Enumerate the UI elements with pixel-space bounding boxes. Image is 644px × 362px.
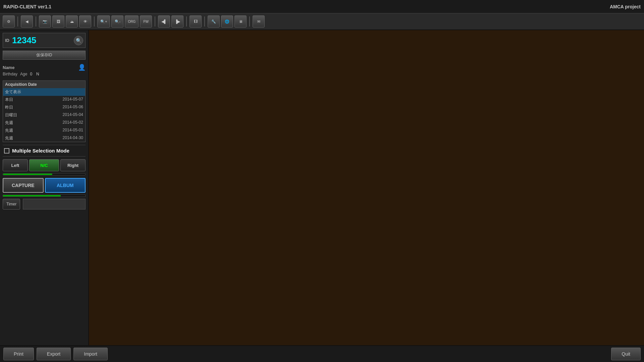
toolbar-sep-5 (186, 16, 187, 26)
fundus-button[interactable]: 👁 (79, 15, 91, 27)
multi-select-checkbox[interactable] (4, 148, 9, 154)
acq-item-5[interactable]: 先週2014-05-01 (3, 127, 85, 134)
toolbar-sep-1 (17, 16, 18, 26)
capture-progress-fill (3, 195, 61, 196)
toolbar-sep-2 (36, 16, 36, 26)
lr-buttons: Left N/C Right (3, 159, 86, 171)
nc-button[interactable]: N/C (29, 159, 59, 171)
album-button[interactable]: ALBUM (45, 178, 86, 193)
acq-item-1[interactable]: 本日2014-05-07 (3, 96, 85, 104)
temp-id-button[interactable]: 仮保存ID (3, 51, 86, 60)
acq-list: 全て表示本日2014-05-07昨日2014-05-06日曜日2014-05-0… (3, 88, 85, 142)
project-title: AMCA project (610, 4, 641, 9)
next-button[interactable]: ▐▶ (171, 15, 183, 27)
mail-button[interactable]: ✉ (253, 15, 265, 27)
bottombar: Print Export Import Quit (0, 345, 644, 362)
acq-item-2[interactable]: 昨日2014-05-06 (3, 104, 85, 111)
toolbar: ⚙ ◀ 📷 🖼 ⛰ 👁 🔍+ 🔍- ORG FW ◀▌ ▐▶ 🎞 🔧 🌐 🖥 ✉ (0, 13, 644, 30)
timer-row: Timer (3, 199, 86, 209)
acq-item-4[interactable]: 先週2014-05-02 (3, 119, 85, 127)
lr-progress-fill (3, 174, 52, 175)
id-value: 12345 (12, 35, 36, 46)
export-button[interactable]: Export (37, 348, 71, 360)
multi-select-label: Multiple Selection Mode (12, 148, 69, 154)
timer-button[interactable]: Timer (3, 199, 20, 209)
titlebar: RAPiD-CLIENT ver1.1 AMCA project (0, 0, 644, 13)
back-button[interactable]: ◀ (21, 15, 33, 27)
age-value: 0 (30, 72, 32, 76)
acq-item-6[interactable]: 先週2014-04-30 (3, 134, 85, 142)
age-label: Age (20, 72, 27, 76)
zoom-out-button[interactable]: 🔍- (111, 15, 123, 27)
import-button[interactable]: Import (73, 348, 108, 360)
acq-item-3[interactable]: 日曜日2014-05-04 (3, 111, 85, 119)
zoom-in-button[interactable]: 🔍+ (97, 15, 110, 27)
person-icon: 👤 (78, 64, 86, 71)
birthday-label: Birthday (3, 72, 17, 76)
toolbar-sep-4 (155, 16, 155, 26)
id-search-button[interactable]: 🔍 (74, 36, 83, 45)
network-button[interactable]: 🌐 (221, 15, 233, 27)
landscape-button[interactable]: 🖼 (52, 15, 64, 27)
capture-progress-container (3, 195, 86, 197)
multi-select-section[interactable]: Multiple Selection Mode (3, 145, 86, 157)
toolbar-sep-6 (204, 16, 205, 26)
settings-button[interactable]: ⚙ (3, 15, 15, 27)
fw-button[interactable]: FW (140, 15, 152, 27)
name-section: Name 👤 Birthday Age 0 N (3, 62, 86, 78)
name-label: Name (3, 65, 14, 70)
n-badge: N (36, 72, 39, 76)
acq-title: Acquisition Date (3, 81, 85, 88)
capture-section: CAPTURE ALBUM Timer (3, 178, 86, 209)
capture-mode-button[interactable]: 📷 (39, 15, 51, 27)
sidebar: ID 12345 🔍 仮保存ID Name 👤 Birthday Age 0 N… (0, 30, 89, 345)
id-label: ID (5, 38, 9, 43)
panorama-button[interactable]: ⛰ (66, 15, 78, 27)
capture-button[interactable]: CAPTURE (3, 178, 44, 193)
lr-section: Left N/C Right (3, 159, 86, 175)
content-grid (89, 30, 644, 345)
tools-button[interactable]: 🔧 (208, 15, 220, 27)
timer-input[interactable] (23, 199, 86, 209)
display-button[interactable]: 🖥 (234, 15, 247, 27)
id-section: ID 12345 🔍 (3, 33, 86, 48)
acquisition-date-section: Acquisition Date 全て表示本日2014-05-07昨日2014-… (3, 80, 86, 142)
toolbar-sep-7 (249, 16, 250, 26)
app-title: RAPiD-CLIENT ver1.1 (3, 4, 51, 9)
print-button[interactable]: Print (3, 348, 34, 360)
cap-buttons: CAPTURE ALBUM (3, 178, 86, 193)
org-button[interactable]: ORG (125, 15, 139, 27)
quit-button[interactable]: Quit (611, 348, 641, 360)
acq-item-0[interactable]: 全て表示 (3, 88, 85, 96)
film-button[interactable]: 🎞 (190, 15, 202, 27)
right-button[interactable]: Right (60, 159, 86, 171)
lr-progress-container (3, 173, 86, 175)
prev-button[interactable]: ◀▌ (158, 15, 170, 27)
main-layout: ID 12345 🔍 仮保存ID Name 👤 Birthday Age 0 N… (0, 30, 644, 345)
left-button[interactable]: Left (3, 159, 28, 171)
toolbar-sep-3 (94, 16, 95, 26)
